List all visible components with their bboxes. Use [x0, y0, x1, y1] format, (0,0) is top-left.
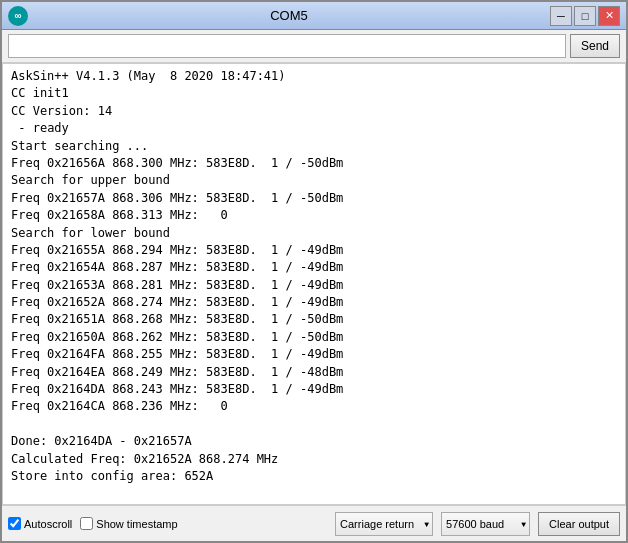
- clear-output-button[interactable]: Clear output: [538, 512, 620, 536]
- main-window: ∞ COM5 ─ □ ✕ Send AskSin++ V4.1.3 (May 8…: [0, 0, 628, 543]
- close-button[interactable]: ✕: [598, 6, 620, 26]
- toolbar: Send: [2, 30, 626, 63]
- console-output: AskSin++ V4.1.3 (May 8 2020 18:47:41) CC…: [2, 63, 626, 505]
- maximize-button[interactable]: □: [574, 6, 596, 26]
- baud-rate-wrapper: 300 baud 1200 baud 2400 baud 4800 baud 9…: [441, 512, 530, 536]
- carriage-return-dropdown[interactable]: Newline Carriage return Both NL & CR No …: [335, 512, 433, 536]
- title-bar-buttons: ─ □ ✕: [550, 6, 620, 26]
- carriage-return-wrapper: Newline Carriage return Both NL & CR No …: [335, 512, 433, 536]
- serial-input[interactable]: [8, 34, 566, 58]
- title-bar: ∞ COM5 ─ □ ✕: [2, 2, 626, 30]
- show-timestamp-label[interactable]: Show timestamp: [80, 517, 177, 530]
- send-button[interactable]: Send: [570, 34, 620, 58]
- arduino-logo-icon: ∞: [8, 6, 28, 26]
- autoscroll-label[interactable]: Autoscroll: [8, 517, 72, 530]
- title-bar-left: ∞: [8, 6, 28, 26]
- autoscroll-checkbox[interactable]: [8, 517, 21, 530]
- baud-rate-dropdown[interactable]: 300 baud 1200 baud 2400 baud 4800 baud 9…: [441, 512, 530, 536]
- console-text: AskSin++ V4.1.3 (May 8 2020 18:47:41) CC…: [11, 68, 617, 485]
- window-title: COM5: [28, 8, 550, 23]
- show-timestamp-checkbox[interactable]: [80, 517, 93, 530]
- status-bar: Autoscroll Show timestamp Newline Carria…: [2, 505, 626, 541]
- minimize-button[interactable]: ─: [550, 6, 572, 26]
